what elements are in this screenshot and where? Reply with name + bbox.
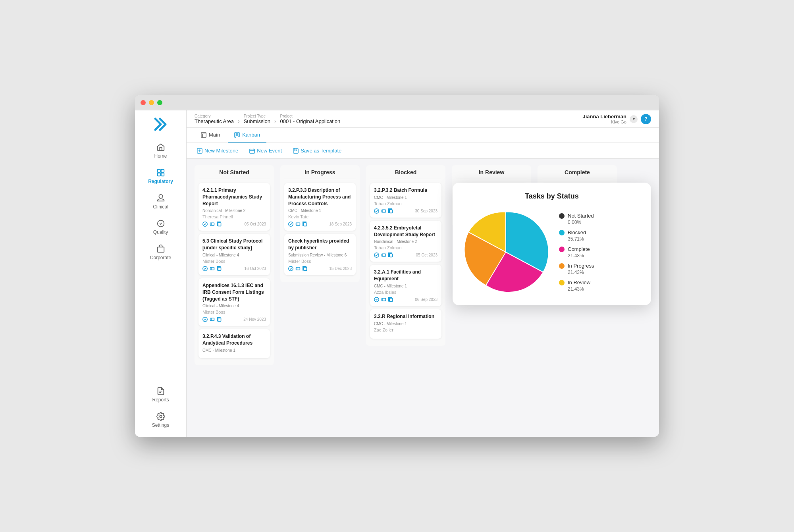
svg-rect-33	[218, 318, 221, 322]
link-icon	[381, 297, 386, 302]
card-assignee: Mister Boss	[288, 259, 352, 264]
table-row: 5.3 Clinical Study Protocol [under speci…	[198, 234, 270, 275]
tab-kanban-label: Kanban	[242, 132, 260, 138]
user-info: Jianna Lieberman Kivo Go ▾ ?	[582, 114, 651, 124]
svg-rect-3	[161, 173, 164, 176]
user-menu-button[interactable]: ▾	[630, 115, 638, 123]
in-review-dot	[559, 280, 565, 285]
check-icon	[374, 297, 379, 302]
legend-label: In Progress	[568, 262, 594, 270]
column-not-started: Not Started 4.2.1.1 Primary Pharmacodyna…	[195, 165, 274, 365]
card-date: 30 Sep 2023	[415, 209, 437, 213]
svg-rect-9	[201, 132, 206, 137]
column-not-started-header: Not Started	[198, 169, 270, 179]
column-in-progress: In Progress 3.2.P.3.3 Description of Man…	[280, 165, 360, 282]
save-template-button[interactable]: Save as Template	[291, 146, 344, 155]
svg-rect-0	[157, 170, 160, 172]
breadcrumb-project-type: Project Type Submission	[244, 114, 270, 124]
svg-rect-1	[161, 170, 164, 172]
breadcrumb-category: Category Therapeutic Area	[195, 114, 234, 124]
toolbar: New Milestone New Event	[187, 143, 659, 159]
column-in-progress-header: In Progress	[284, 169, 356, 179]
copy-icon	[388, 253, 393, 258]
app-window: Home Regulatory Clinical	[135, 95, 659, 437]
card-meta: CMC - Milestone 1	[202, 348, 266, 353]
link-icon	[295, 266, 301, 271]
table-icon	[201, 132, 206, 138]
card-assignee: Theresa Pinnell	[202, 214, 266, 219]
legend-label: Blocked	[568, 229, 586, 236]
sidebar-item-quality[interactable]: Quality	[135, 215, 186, 239]
card-icons	[374, 297, 393, 302]
card-meta: CMC - Milestone 1	[288, 208, 352, 213]
card-title: 3.2.A.1 Facilities and Equipment	[374, 269, 437, 282]
tab-kanban[interactable]: Kanban	[228, 128, 266, 143]
card-assignee: Mister Boss	[202, 310, 266, 314]
fullscreen-button[interactable]	[157, 100, 162, 105]
svg-rect-29	[218, 267, 221, 270]
tab-main[interactable]: Main	[195, 128, 226, 143]
in-progress-dot	[559, 263, 565, 269]
close-button[interactable]	[141, 100, 146, 105]
settings-icon	[156, 412, 165, 421]
sidebar-item-regulatory[interactable]: Regulatory	[135, 164, 186, 188]
project-label: Project	[280, 114, 341, 118]
card-assignee: Toban Zolman	[374, 201, 437, 206]
chart-title: Tasks by Status	[462, 192, 642, 200]
header: Category Therapeutic Area › Project Type…	[187, 110, 659, 128]
card-title: 4.2.3.5.2 Embryofetal Development Study …	[374, 225, 437, 238]
new-milestone-button[interactable]: New Milestone	[195, 146, 241, 155]
check-icon	[288, 266, 293, 271]
link-icon	[381, 253, 386, 258]
help-button[interactable]: ?	[641, 114, 651, 124]
sidebar-item-settings[interactable]: Settings	[135, 408, 186, 432]
copy-icon	[217, 266, 222, 271]
card-meta: CMC - Milestone 1	[374, 195, 437, 200]
copy-icon	[388, 208, 393, 214]
regulatory-icon	[156, 168, 165, 177]
card-title: 3.2.R Regional Information	[374, 313, 437, 320]
svg-rect-43	[382, 210, 386, 212]
sep1: ›	[238, 114, 240, 124]
svg-rect-53	[389, 298, 392, 301]
logo[interactable]	[151, 114, 171, 134]
user-app: Kivo Go	[582, 120, 626, 124]
svg-rect-25	[218, 223, 221, 226]
link-icon	[210, 222, 215, 227]
sidebar-item-clinical[interactable]: Clinical	[135, 190, 186, 214]
sidebar-item-home[interactable]: Home	[135, 139, 186, 163]
link-icon	[210, 317, 215, 322]
card-meta: CMC - Milestone 1	[374, 284, 437, 288]
card-date: 16 Oct 2023	[245, 266, 266, 271]
event-icon	[249, 148, 255, 154]
card-footer: 18 Sep 2023	[288, 222, 352, 227]
new-event-button[interactable]: New Event	[247, 146, 284, 155]
breadcrumb: Category Therapeutic Area › Project Type…	[195, 114, 340, 124]
table-row: 4.2.1.1 Primary Pharmacodynamics Study R…	[198, 183, 270, 231]
card-date: 05 Oct 2023	[416, 253, 437, 257]
card-footer: 24 Nov 2023	[202, 317, 266, 322]
table-row: 3.2.R Regional Information CMC - Milesto…	[370, 309, 441, 339]
svg-rect-51	[382, 298, 386, 301]
main-content: Category Therapeutic Area › Project Type…	[187, 110, 659, 437]
svg-rect-41	[304, 267, 306, 270]
card-date: 06 Sep 2023	[415, 297, 437, 302]
card-icons	[374, 208, 393, 214]
table-row: 3.2.P.3.3 Description of Manufacturing P…	[284, 183, 356, 231]
card-title: 3.2.P.4.3 Validation of Analytical Proce…	[202, 333, 266, 347]
svg-rect-18	[250, 149, 254, 153]
card-title: Check hyperlinks provided by publisher	[288, 238, 352, 251]
svg-rect-45	[389, 210, 392, 213]
svg-point-8	[160, 415, 162, 418]
minimize-button[interactable]	[149, 100, 154, 105]
project-type-value: Submission	[244, 118, 270, 124]
sidebar-item-reports[interactable]: Reports	[135, 383, 186, 407]
card-assignee: Kevin Tate	[288, 214, 352, 219]
sidebar-item-settings-label: Settings	[152, 422, 169, 428]
complete-dot	[559, 247, 565, 252]
svg-rect-23	[210, 223, 214, 226]
card-assignee: Mister Boss	[202, 259, 266, 264]
milestone-icon	[197, 148, 202, 154]
card-assignee: Azza Ibsies	[374, 290, 437, 295]
sidebar-item-corporate[interactable]: Corporate	[135, 241, 186, 264]
